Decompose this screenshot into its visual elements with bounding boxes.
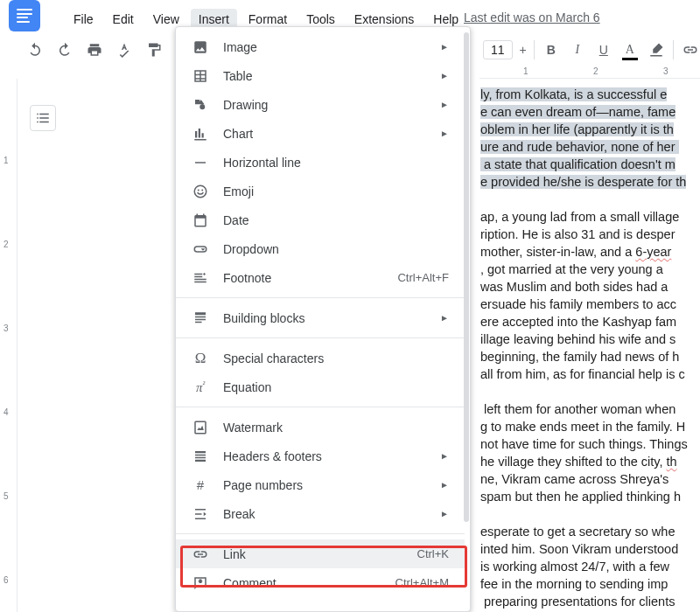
ruler-v-tick: 2 bbox=[4, 240, 9, 249]
font-size-input[interactable]: 11 bbox=[483, 40, 513, 59]
drawing-icon bbox=[192, 96, 209, 114]
menu-item-label: Drawing bbox=[223, 98, 433, 112]
insert-menu: Image►Table►Drawing►Chart►Horizontal lin… bbox=[175, 26, 471, 612]
link-icon bbox=[192, 546, 209, 563]
equation-icon: π² bbox=[192, 379, 209, 396]
ruler-v-tick: 1 bbox=[4, 156, 9, 165]
menu-file[interactable]: File bbox=[66, 9, 102, 30]
toolbar-separator bbox=[534, 40, 535, 59]
insert-menu-comment[interactable]: CommentCtrl+Alt+M bbox=[176, 568, 465, 597]
ruler-h-tick: 1 bbox=[523, 66, 528, 76]
insert-menu-dropdown[interactable]: Dropdown bbox=[176, 234, 465, 263]
document-outline-button[interactable] bbox=[30, 105, 56, 131]
insert-menu-image[interactable]: Image► bbox=[176, 32, 465, 61]
insert-menu-horizontal-line[interactable]: Horizontal line bbox=[176, 148, 465, 177]
undo-button[interactable] bbox=[26, 41, 44, 59]
insert-menu-footnote[interactable]: FootnoteCtrl+Alt+F bbox=[176, 263, 465, 292]
ruler-h-tick: 3 bbox=[663, 66, 668, 76]
menu-item-label: Dropdown bbox=[223, 242, 449, 256]
insert-menu-drawing[interactable]: Drawing► bbox=[176, 90, 465, 119]
ruler-vertical[interactable]: 1 2 3 4 5 6 bbox=[0, 79, 18, 612]
comment-icon bbox=[192, 574, 209, 592]
doc-paragraph[interactable]: esperate to get a secretary so whe inted… bbox=[480, 523, 696, 612]
svg-rect-4 bbox=[195, 421, 206, 434]
menu-item-shortcut: Ctrl+K bbox=[417, 547, 449, 560]
chart-icon bbox=[192, 125, 209, 143]
menu-item-label: Special characters bbox=[223, 351, 449, 365]
underline-button[interactable]: U bbox=[594, 40, 613, 59]
date-icon bbox=[192, 212, 209, 229]
footnote-icon bbox=[192, 269, 209, 287]
menu-item-label: Image bbox=[223, 40, 433, 54]
menu-item-label: Link bbox=[223, 547, 417, 561]
insert-menu-link[interactable]: LinkCtrl+K bbox=[176, 539, 465, 568]
insert-menu-emoji[interactable]: Emoji bbox=[176, 177, 465, 205]
insert-menu-special-characters[interactable]: ΩSpecial characters bbox=[176, 344, 465, 372]
pagenum-icon: # bbox=[192, 476, 209, 494]
blocks-icon bbox=[192, 309, 209, 327]
menu-item-label: Chart bbox=[223, 127, 433, 141]
menu-item-label: Headers & footers bbox=[223, 449, 433, 463]
insert-link-button[interactable] bbox=[681, 40, 700, 59]
toolbar-separator bbox=[673, 40, 674, 59]
menu-item-label: Table bbox=[223, 69, 433, 83]
insert-menu-watermark[interactable]: Watermark bbox=[176, 413, 465, 442]
menu-item-label: Horizontal line bbox=[223, 156, 449, 170]
insert-menu-table[interactable]: Table► bbox=[176, 61, 465, 90]
menu-scrollbar[interactable] bbox=[463, 27, 470, 611]
text-color-button[interactable]: A bbox=[620, 40, 640, 59]
menu-item-label: Watermark bbox=[223, 421, 449, 435]
submenu-arrow-icon: ► bbox=[440, 451, 449, 461]
submenu-arrow-icon: ► bbox=[440, 129, 449, 138]
doc-paragraph[interactable]: left them for another woman when g to ma… bbox=[480, 400, 696, 505]
insert-menu-chart[interactable]: Chart► bbox=[176, 119, 465, 148]
menu-item-label: Break bbox=[223, 507, 433, 521]
bold-button[interactable]: B bbox=[542, 40, 561, 59]
print-button[interactable] bbox=[86, 41, 103, 59]
font-size-increase[interactable]: + bbox=[520, 43, 527, 57]
menu-edit[interactable]: Edit bbox=[105, 9, 142, 30]
paint-format-button[interactable] bbox=[145, 41, 163, 59]
redo-button[interactable] bbox=[56, 41, 74, 59]
submenu-arrow-icon: ► bbox=[440, 509, 449, 518]
insert-menu-page-numbers[interactable]: #Page numbers► bbox=[176, 470, 465, 499]
headers-icon bbox=[192, 448, 209, 465]
watermark-icon bbox=[192, 419, 209, 436]
italic-button[interactable]: I bbox=[568, 40, 587, 59]
last-edit-link[interactable]: Last edit was on March 6 bbox=[464, 10, 600, 24]
spellcheck-button[interactable] bbox=[116, 41, 133, 59]
toolbar-left bbox=[26, 37, 179, 63]
ruler-horizontal[interactable]: 1 2 3 bbox=[480, 65, 700, 79]
svg-point-2 bbox=[201, 189, 203, 191]
submenu-arrow-icon: ► bbox=[440, 71, 449, 80]
insert-menu-date[interactable]: Date bbox=[176, 205, 465, 234]
insert-menu-break[interactable]: Break► bbox=[176, 499, 465, 528]
menu-item-label: Footnote bbox=[223, 271, 397, 285]
toolbar-right: 11 + B I U A bbox=[483, 37, 700, 63]
doc-paragraph[interactable]: ap, a young lad from a small village rip… bbox=[480, 208, 696, 383]
insert-menu-building-blocks[interactable]: Building blocks► bbox=[176, 303, 465, 332]
ruler-v-tick: 6 bbox=[4, 575, 9, 585]
insert-menu-equation[interactable]: π²Equation bbox=[176, 372, 465, 401]
document-page[interactable]: ly, from Kolkata, is a successful e e ca… bbox=[477, 80, 700, 612]
ruler-v-tick: 3 bbox=[4, 323, 9, 333]
break-icon bbox=[192, 505, 209, 523]
menu-item-label: Comment bbox=[223, 576, 396, 590]
menu-item-label: Date bbox=[223, 213, 449, 227]
emoji-icon bbox=[192, 183, 209, 200]
submenu-arrow-icon: ► bbox=[440, 42, 449, 52]
doc-paragraph[interactable]: ly, from Kolkata, is a successful e e ca… bbox=[480, 86, 696, 191]
submenu-arrow-icon: ► bbox=[440, 480, 449, 490]
docs-logo[interactable] bbox=[9, 0, 40, 31]
docs-logo-glyph bbox=[17, 9, 32, 23]
menu-item-label: Equation bbox=[223, 380, 449, 394]
highlight-color-button[interactable] bbox=[647, 40, 666, 59]
ruler-h-tick: 2 bbox=[593, 66, 598, 76]
submenu-arrow-icon: ► bbox=[440, 100, 449, 109]
insert-menu-headers-footers[interactable]: Headers & footers► bbox=[176, 442, 465, 470]
submenu-arrow-icon: ► bbox=[440, 313, 449, 323]
menu-item-label: Emoji bbox=[223, 184, 449, 198]
dropdown-icon bbox=[192, 240, 209, 258]
menu-scrollbar-thumb[interactable] bbox=[464, 32, 469, 522]
svg-point-1 bbox=[198, 189, 200, 191]
